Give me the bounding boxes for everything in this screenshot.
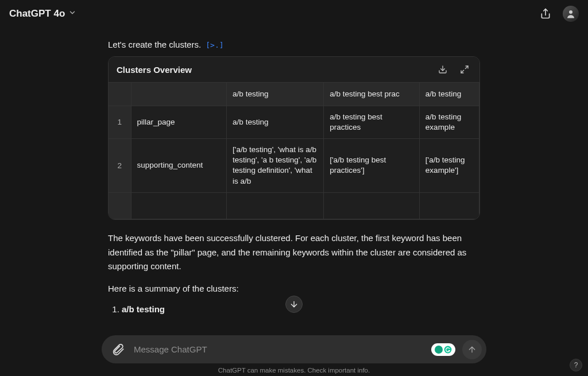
cell: ['a/b testing', 'what is a/b testing', '… (227, 138, 324, 192)
extension-badge[interactable] (431, 343, 455, 356)
scroll-to-bottom-button[interactable] (285, 296, 303, 313)
row-label: pillar_page (131, 106, 227, 138)
svg-line-4 (461, 70, 464, 73)
col-label (131, 83, 227, 106)
message-input-bar (102, 335, 486, 363)
svg-line-3 (465, 66, 468, 69)
message-input[interactable] (131, 339, 427, 360)
cell: a/b testing (227, 106, 324, 138)
footer-disclaimer: ChatGPT can make mistakes. Check importa… (0, 367, 588, 374)
attach-button[interactable] (110, 341, 127, 358)
arrow-down-icon (289, 300, 299, 309)
share-button[interactable] (537, 6, 554, 22)
cell: ['a/b testing example'] (419, 138, 479, 192)
top-bar: ChatGPT 4o (0, 0, 588, 28)
assistant-message-intro: Let's create the clusters. [>.] (87, 38, 501, 52)
share-icon (540, 8, 551, 20)
table-wrap: a/b testing a/b testing best prac a/b te… (109, 82, 479, 219)
card-header: Clusters Overview (109, 57, 479, 82)
clusters-card: Clusters Overview a/b testing a/b testin… (108, 56, 480, 220)
grammarly-icon (444, 346, 452, 354)
table-row: 2 supporting_content ['a/b testing', 'wh… (109, 138, 479, 192)
table-row-empty (109, 192, 479, 219)
row-index: 2 (109, 138, 131, 192)
cell: a/b testing best practices (324, 106, 420, 138)
model-picker[interactable]: ChatGPT 4o (9, 8, 76, 20)
assistant-paragraph: Here is a summary of the clusters: (108, 282, 480, 296)
help-button[interactable]: ? (570, 359, 582, 371)
user-icon (566, 9, 576, 19)
cell (419, 192, 479, 219)
clusters-table: a/b testing a/b testing best prac a/b te… (109, 83, 479, 219)
col-ab-testing: a/b testing (227, 83, 324, 106)
summary-item-label: a/b testing (122, 304, 165, 314)
download-icon (438, 65, 447, 74)
cell: ['a/b testing best practices'] (324, 138, 420, 192)
col-ab-testing-3: a/b testing (419, 83, 479, 106)
expand-icon (460, 65, 469, 74)
cell (227, 192, 324, 219)
code-analysis-chip[interactable]: [>.] (206, 40, 223, 52)
conversation-column: Let's create the clusters. [>.] Clusters… (87, 38, 501, 376)
expand-button[interactable] (458, 63, 471, 76)
model-label: ChatGPT 4o (9, 8, 65, 20)
intro-text: Let's create the clusters. (108, 40, 201, 49)
avatar[interactable] (563, 6, 579, 22)
card-title: Clusters Overview (117, 65, 192, 75)
assistant-paragraph: The keywords have been successfully clus… (108, 231, 480, 274)
table-row: 1 pillar_page a/b testing a/b testing be… (109, 106, 479, 138)
download-button[interactable] (436, 63, 450, 76)
row-index (109, 192, 131, 219)
row-label: supporting_content (131, 138, 227, 192)
row-index: 1 (109, 106, 131, 138)
col-index (109, 83, 131, 106)
chevron-down-icon (68, 8, 76, 20)
arrow-up-icon (467, 345, 477, 354)
paperclip-icon (112, 343, 125, 356)
card-tools (436, 63, 471, 76)
top-actions (537, 6, 579, 22)
table-header-row: a/b testing a/b testing best prac a/b te… (109, 83, 479, 106)
row-label (131, 192, 227, 219)
col-ab-testing-best: a/b testing best prac (324, 83, 420, 106)
svg-point-6 (444, 346, 452, 353)
ext-dot-icon (435, 346, 443, 354)
cell (324, 192, 420, 219)
send-button[interactable] (462, 340, 482, 359)
svg-point-1 (569, 10, 572, 14)
cell: a/b testing example (419, 106, 479, 138)
